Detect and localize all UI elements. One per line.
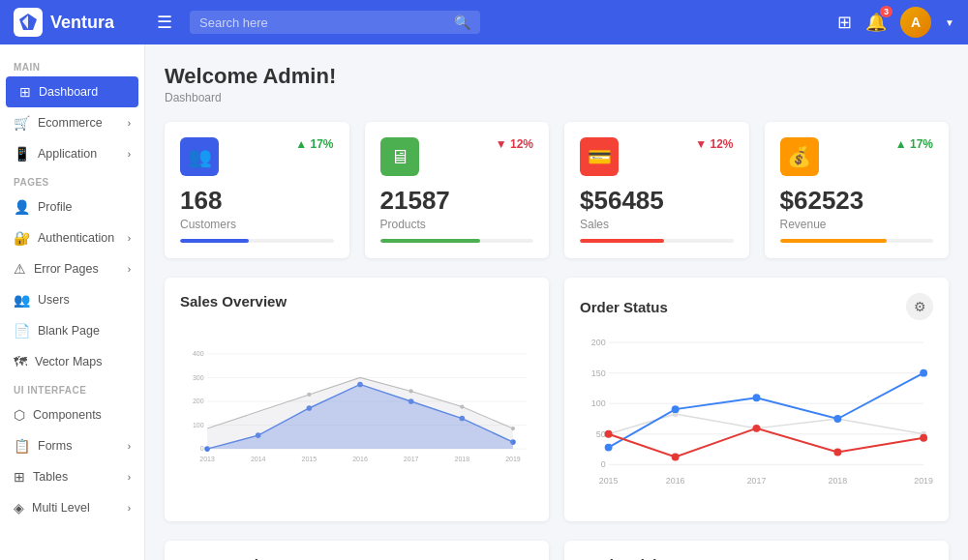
sidebar-item-ecommerce[interactable]: 🛒Ecommerce› [0, 107, 144, 138]
layout: Main⊞Dashboard🛒Ecommerce›📱Application›Pa… [0, 44, 968, 560]
tables-chevron: › [128, 472, 131, 483]
sidebar-item-label-tables: Tables [33, 470, 68, 484]
stat-label-1: Products [380, 218, 534, 231]
error-pages-icon: ⚠ [14, 261, 26, 277]
stat-icon-2: 💳 [580, 137, 619, 176]
svg-text:200: 200 [591, 338, 606, 347]
search-icon: 🔍 [454, 15, 470, 30]
stat-bar-fill-3 [780, 239, 888, 243]
sidebar-section-pages: Pages [0, 169, 144, 192]
sidebar-item-label-multi-level: Multi Level [32, 501, 90, 515]
order-status-gear-button[interactable]: ⚙ [906, 293, 933, 320]
svg-text:2019: 2019 [914, 476, 933, 486]
stat-change-1: ▼ 12% [496, 137, 533, 151]
stat-card-revenue: 💰 ▲ 17% $62523 Revenue [765, 122, 950, 258]
blank-page-icon: 📄 [14, 323, 30, 339]
sidebar-item-label-error-pages: Error Pages [34, 262, 99, 276]
users-icon: 👥 [14, 292, 30, 308]
search-input[interactable] [199, 15, 448, 30]
sidebar-item-label-dashboard: Dashboard [39, 85, 98, 99]
stat-change-2: ▼ 12% [695, 137, 733, 151]
sidebar-item-dashboard[interactable]: ⊞Dashboard [6, 76, 138, 107]
svg-point-47 [672, 405, 680, 413]
svg-text:2015: 2015 [302, 456, 318, 462]
topnav-right: ⊞ 🔔 3 A ▼ [837, 7, 954, 38]
hamburger-button[interactable]: ☰ [149, 8, 180, 37]
grid-icon-button[interactable]: ⊞ [837, 12, 852, 33]
brand-icon [14, 8, 43, 37]
stat-icon-3: 💰 [780, 137, 819, 176]
svg-text:2018: 2018 [828, 476, 847, 486]
svg-point-46 [605, 444, 613, 452]
sidebar-item-label-blank-page: Blank Page [38, 324, 100, 338]
search-box: 🔍 [190, 11, 480, 34]
svg-text:50: 50 [596, 429, 606, 439]
sidebar-item-label-users: Users [38, 293, 70, 307]
stat-card-products: 🖥 ▼ 12% 21587 Products [365, 122, 550, 258]
sidebar: Main⊞Dashboard🛒Ecommerce›📱Application›Pa… [0, 44, 145, 560]
sidebar-item-components[interactable]: ⬡Components [0, 399, 144, 430]
stat-bar-fill-2 [580, 239, 664, 243]
sidebar-item-label-profile: Profile [38, 200, 72, 214]
svg-point-24 [511, 427, 515, 430]
page-title: Welcome Admin! [165, 64, 949, 89]
stat-bar-3 [780, 239, 934, 243]
sidebar-item-label-ecommerce: Ecommerce [38, 116, 103, 130]
order-status-chart-svg: 200 150 100 50 0 [580, 332, 933, 506]
svg-text:2014: 2014 [251, 456, 266, 462]
avatar-dropdown-chevron[interactable]: ▼ [945, 17, 954, 28]
ecommerce-chevron: › [128, 118, 131, 129]
sidebar-item-application[interactable]: 📱Application› [0, 138, 144, 169]
authentication-icon: 🔐 [14, 230, 30, 246]
stat-label-2: Sales [580, 218, 734, 231]
stat-icon-1: 🖥 [380, 137, 419, 176]
forms-chevron: › [128, 441, 131, 452]
sidebar-item-authentication[interactable]: 🔐Authentication› [0, 222, 144, 253]
sidebar-item-tables[interactable]: ⊞Tables› [0, 461, 144, 492]
multi-level-chevron: › [128, 503, 131, 514]
sales-chart-container: 400 300 200 100 0 [180, 321, 533, 495]
svg-text:2016: 2016 [352, 456, 368, 462]
sidebar-section-ui interface: UI Interface [0, 377, 144, 399]
components-icon: ⬡ [14, 407, 25, 423]
bottom-row: Recent Orders Feed Activity [165, 541, 949, 560]
stat-label-3: Revenue [780, 218, 934, 231]
sidebar-item-label-components: Components [33, 408, 102, 422]
stat-change-3: ▲ 17% [895, 137, 933, 151]
avatar[interactable]: A [900, 7, 931, 38]
stat-icon-0: 👥 [180, 137, 219, 176]
svg-point-55 [920, 434, 927, 442]
authentication-chevron: › [128, 233, 131, 244]
svg-point-52 [672, 454, 680, 461]
svg-text:300: 300 [193, 374, 204, 381]
sidebar-item-users[interactable]: 👥Users [0, 284, 144, 315]
sidebar-item-forms[interactable]: 📋Forms› [0, 430, 144, 461]
svg-point-48 [753, 394, 761, 401]
sidebar-item-multi-level[interactable]: ◈Multi Level› [0, 492, 144, 523]
stat-bar-2 [580, 239, 734, 243]
svg-point-49 [833, 415, 841, 423]
topnav: Ventura ☰ 🔍 ⊞ 🔔 3 A ▼ [0, 0, 968, 44]
notification-button[interactable]: 🔔 3 [865, 12, 887, 33]
svg-text:2018: 2018 [455, 456, 470, 462]
svg-point-21 [307, 393, 311, 397]
svg-text:200: 200 [193, 398, 204, 404]
svg-text:400: 400 [193, 350, 204, 357]
sidebar-item-vector-maps[interactable]: 🗺Vector Maps [0, 346, 144, 377]
order-status-chart-container: 200 150 100 50 0 [580, 332, 933, 506]
brand-name: Ventura [50, 13, 114, 33]
sidebar-item-profile[interactable]: 👤Profile [0, 192, 144, 222]
stat-value-1: 21587 [380, 186, 534, 216]
stat-value-0: 168 [180, 186, 334, 216]
svg-text:2016: 2016 [666, 476, 685, 486]
sidebar-item-label-vector-maps: Vector Maps [35, 355, 102, 368]
svg-point-23 [460, 404, 464, 408]
stat-card-customers: 👥 ▲ 17% 168 Customers [165, 122, 349, 258]
sidebar-item-error-pages[interactable]: ⚠Error Pages› [0, 253, 144, 284]
stat-value-2: $56485 [580, 186, 734, 216]
main-content: Welcome Admin! Dashboard 👥 ▲ 17% 168 Cus… [145, 44, 968, 560]
sidebar-item-blank-page[interactable]: 📄Blank Page [0, 315, 144, 346]
stat-value-3: $62523 [780, 186, 934, 216]
svg-text:2013: 2013 [199, 456, 215, 462]
avatar-inner: A [900, 7, 931, 38]
